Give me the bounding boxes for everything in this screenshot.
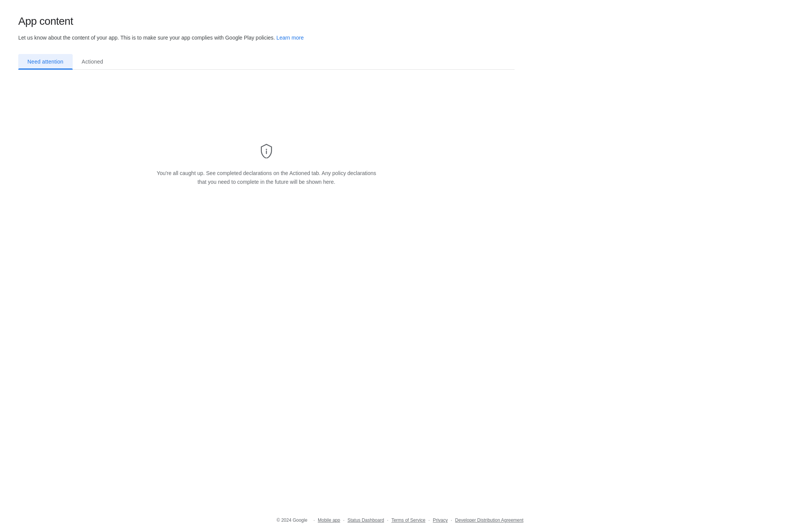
svg-point-0 [266, 149, 267, 150]
footer-separator-3: · [429, 518, 430, 523]
footer-link-privacy[interactable]: Privacy [433, 518, 448, 523]
footer-copyright: © 2024 Google [277, 518, 308, 523]
footer-link-terms-of-service[interactable]: Terms of Service [391, 518, 425, 523]
footer-separator-1: · [343, 518, 344, 523]
footer-link-developer-distribution-agreement[interactable]: Developer Distribution Agreement [455, 518, 523, 523]
tab-content-need-attention: You're all caught up. See completed decl… [18, 70, 515, 260]
tab-need-attention[interactable]: Need attention [18, 54, 73, 69]
learn-more-link[interactable]: Learn more [276, 35, 304, 41]
tabs-container: Need attention Actioned [18, 54, 515, 70]
footer-link-status-dashboard[interactable]: Status Dashboard [347, 518, 384, 523]
main-content: App content Let us know about the conten… [0, 0, 533, 508]
page-title: App content [18, 15, 515, 27]
footer-separator-4: · [451, 518, 452, 523]
shield-info-icon [259, 143, 274, 160]
page-description: Let us know about the content of your ap… [18, 33, 515, 42]
tab-actioned[interactable]: Actioned [73, 54, 112, 69]
footer-separator-0: · [314, 518, 315, 523]
footer: © 2024 Google · Mobile app · Status Dash… [0, 508, 800, 532]
footer-link-mobile-app[interactable]: Mobile app [318, 518, 340, 523]
footer-separator-2: · [387, 518, 388, 523]
empty-state-text: You're all caught up. See completed decl… [152, 169, 381, 187]
